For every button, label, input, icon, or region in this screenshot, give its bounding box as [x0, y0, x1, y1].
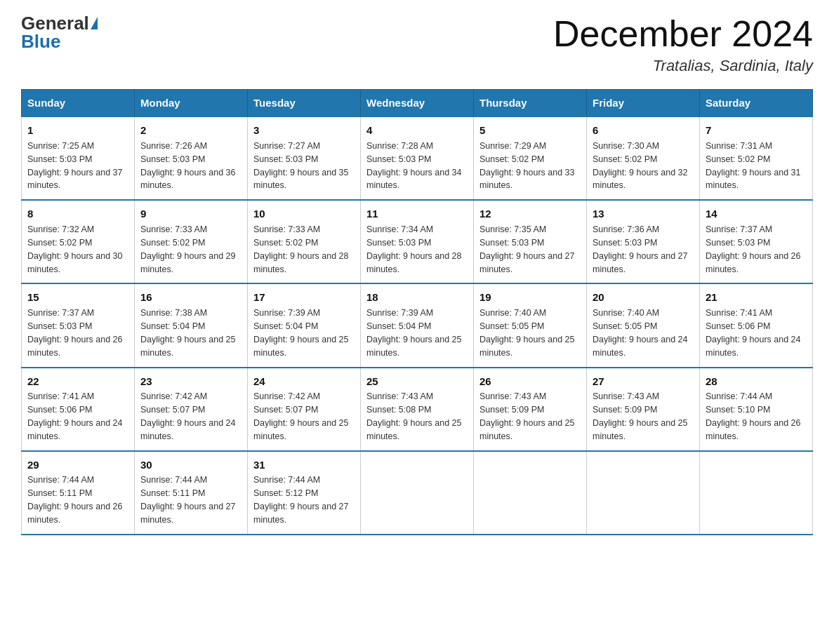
- day-info: Sunrise: 7:40 AMSunset: 5:05 PMDaylight:…: [593, 308, 688, 358]
- calendar-cell: 27 Sunrise: 7:43 AMSunset: 5:09 PMDaylig…: [587, 368, 700, 451]
- header-day-sunday: Sunday: [22, 90, 135, 117]
- day-info: Sunrise: 7:32 AMSunset: 5:02 PMDaylight:…: [27, 224, 123, 274]
- day-info: Sunrise: 7:27 AMSunset: 5:03 PMDaylight:…: [253, 141, 349, 191]
- day-info: Sunrise: 7:40 AMSunset: 5:05 PMDaylight:…: [479, 308, 575, 358]
- week-row-5: 29 Sunrise: 7:44 AMSunset: 5:11 PMDaylig…: [22, 451, 813, 535]
- calendar-cell: 14 Sunrise: 7:37 AMSunset: 5:03 PMDaylig…: [700, 200, 813, 283]
- calendar-cell: 20 Sunrise: 7:40 AMSunset: 5:05 PMDaylig…: [587, 283, 700, 367]
- day-number: 30: [140, 457, 241, 473]
- location-title: Tratalias, Sardinia, Italy: [553, 57, 813, 75]
- day-info: Sunrise: 7:43 AMSunset: 5:08 PMDaylight:…: [366, 391, 462, 441]
- day-number: 11: [366, 206, 468, 222]
- calendar-cell: [474, 451, 587, 535]
- header-day-friday: Friday: [587, 90, 700, 117]
- day-info: Sunrise: 7:34 AMSunset: 5:03 PMDaylight:…: [366, 224, 462, 274]
- calendar-cell: 26 Sunrise: 7:43 AMSunset: 5:09 PMDaylig…: [474, 368, 587, 451]
- day-number: 1: [27, 123, 128, 138]
- calendar-cell: [700, 451, 813, 535]
- day-info: Sunrise: 7:33 AMSunset: 5:02 PMDaylight:…: [140, 224, 236, 274]
- day-info: Sunrise: 7:36 AMSunset: 5:03 PMDaylight:…: [593, 224, 688, 274]
- calendar-cell: 30 Sunrise: 7:44 AMSunset: 5:11 PMDaylig…: [135, 451, 248, 535]
- day-number: 29: [27, 457, 128, 473]
- calendar-cell: [361, 451, 474, 535]
- day-number: 14: [706, 206, 807, 222]
- calendar-cell: 10 Sunrise: 7:33 AMSunset: 5:02 PMDaylig…: [248, 200, 361, 283]
- calendar-cell: 11 Sunrise: 7:34 AMSunset: 5:03 PMDaylig…: [361, 200, 474, 283]
- week-row-2: 8 Sunrise: 7:32 AMSunset: 5:02 PMDayligh…: [22, 200, 813, 283]
- page-header: General Blue December 2024 Tratalias, Sa…: [21, 14, 813, 75]
- calendar-cell: 22 Sunrise: 7:41 AMSunset: 5:06 PMDaylig…: [22, 368, 135, 451]
- day-info: Sunrise: 7:44 AMSunset: 5:10 PMDaylight:…: [706, 391, 801, 441]
- logo-general-text: General: [21, 14, 89, 32]
- calendar-cell: 31 Sunrise: 7:44 AMSunset: 5:12 PMDaylig…: [248, 451, 361, 535]
- logo: General Blue: [21, 14, 98, 51]
- day-info: Sunrise: 7:25 AMSunset: 5:03 PMDaylight:…: [27, 141, 123, 191]
- day-info: Sunrise: 7:26 AMSunset: 5:03 PMDaylight:…: [140, 141, 236, 191]
- day-number: 26: [479, 374, 581, 389]
- day-number: 3: [253, 123, 355, 138]
- day-info: Sunrise: 7:39 AMSunset: 5:04 PMDaylight:…: [253, 308, 349, 358]
- calendar-cell: 6 Sunrise: 7:30 AMSunset: 5:02 PMDayligh…: [587, 116, 700, 200]
- calendar-cell: 28 Sunrise: 7:44 AMSunset: 5:10 PMDaylig…: [700, 368, 813, 451]
- day-number: 6: [593, 123, 694, 138]
- day-info: Sunrise: 7:44 AMSunset: 5:12 PMDaylight:…: [253, 475, 349, 525]
- calendar-cell: 3 Sunrise: 7:27 AMSunset: 5:03 PMDayligh…: [248, 116, 361, 200]
- calendar-cell: 18 Sunrise: 7:39 AMSunset: 5:04 PMDaylig…: [361, 283, 474, 367]
- calendar-cell: 13 Sunrise: 7:36 AMSunset: 5:03 PMDaylig…: [587, 200, 700, 283]
- calendar-cell: 29 Sunrise: 7:44 AMSunset: 5:11 PMDaylig…: [22, 451, 135, 535]
- calendar-cell: 21 Sunrise: 7:41 AMSunset: 5:06 PMDaylig…: [700, 283, 813, 367]
- day-number: 18: [366, 290, 468, 305]
- day-number: 8: [27, 206, 128, 222]
- day-number: 2: [140, 123, 241, 138]
- calendar-cell: 7 Sunrise: 7:31 AMSunset: 5:02 PMDayligh…: [700, 116, 813, 200]
- day-number: 19: [479, 290, 581, 305]
- day-info: Sunrise: 7:43 AMSunset: 5:09 PMDaylight:…: [593, 391, 688, 441]
- day-number: 4: [366, 123, 468, 138]
- day-number: 22: [27, 374, 128, 389]
- day-number: 24: [253, 374, 355, 389]
- day-number: 13: [593, 206, 694, 222]
- calendar-cell: [587, 451, 700, 535]
- day-number: 23: [140, 374, 241, 389]
- day-info: Sunrise: 7:43 AMSunset: 5:09 PMDaylight:…: [479, 391, 575, 441]
- calendar-cell: 17 Sunrise: 7:39 AMSunset: 5:04 PMDaylig…: [248, 283, 361, 367]
- day-number: 21: [706, 290, 807, 305]
- day-info: Sunrise: 7:28 AMSunset: 5:03 PMDaylight:…: [366, 141, 462, 191]
- calendar-cell: 1 Sunrise: 7:25 AMSunset: 5:03 PMDayligh…: [22, 116, 135, 200]
- week-row-1: 1 Sunrise: 7:25 AMSunset: 5:03 PMDayligh…: [22, 116, 813, 200]
- calendar-cell: 23 Sunrise: 7:42 AMSunset: 5:07 PMDaylig…: [135, 368, 248, 451]
- day-info: Sunrise: 7:41 AMSunset: 5:06 PMDaylight:…: [27, 391, 123, 441]
- day-info: Sunrise: 7:30 AMSunset: 5:02 PMDaylight:…: [593, 141, 688, 191]
- week-row-4: 22 Sunrise: 7:41 AMSunset: 5:06 PMDaylig…: [22, 368, 813, 451]
- day-number: 5: [479, 123, 581, 138]
- month-title: December 2024: [553, 14, 813, 54]
- calendar-table: SundayMondayTuesdayWednesdayThursdayFrid…: [21, 89, 813, 535]
- calendar-cell: 16 Sunrise: 7:38 AMSunset: 5:04 PMDaylig…: [135, 283, 248, 367]
- day-number: 25: [366, 374, 468, 389]
- day-number: 31: [253, 457, 355, 473]
- logo-blue-text: Blue: [21, 32, 60, 51]
- day-info: Sunrise: 7:31 AMSunset: 5:02 PMDaylight:…: [706, 141, 801, 191]
- day-number: 17: [253, 290, 355, 305]
- day-info: Sunrise: 7:42 AMSunset: 5:07 PMDaylight:…: [253, 391, 349, 441]
- calendar-cell: 24 Sunrise: 7:42 AMSunset: 5:07 PMDaylig…: [248, 368, 361, 451]
- day-info: Sunrise: 7:42 AMSunset: 5:07 PMDaylight:…: [140, 391, 236, 441]
- calendar-cell: 9 Sunrise: 7:33 AMSunset: 5:02 PMDayligh…: [135, 200, 248, 283]
- calendar-cell: 2 Sunrise: 7:26 AMSunset: 5:03 PMDayligh…: [135, 116, 248, 200]
- header-day-saturday: Saturday: [700, 90, 813, 117]
- day-info: Sunrise: 7:39 AMSunset: 5:04 PMDaylight:…: [366, 308, 462, 358]
- day-number: 28: [706, 374, 807, 389]
- week-row-3: 15 Sunrise: 7:37 AMSunset: 5:03 PMDaylig…: [22, 283, 813, 367]
- header-day-monday: Monday: [135, 90, 248, 117]
- day-number: 15: [27, 290, 128, 305]
- calendar-cell: 5 Sunrise: 7:29 AMSunset: 5:02 PMDayligh…: [474, 116, 587, 200]
- day-number: 10: [253, 206, 355, 222]
- header-day-thursday: Thursday: [474, 90, 587, 117]
- day-info: Sunrise: 7:37 AMSunset: 5:03 PMDaylight:…: [706, 224, 801, 274]
- header-day-wednesday: Wednesday: [361, 90, 474, 117]
- calendar-cell: 15 Sunrise: 7:37 AMSunset: 5:03 PMDaylig…: [22, 283, 135, 367]
- day-info: Sunrise: 7:38 AMSunset: 5:04 PMDaylight:…: [140, 308, 236, 358]
- day-info: Sunrise: 7:41 AMSunset: 5:06 PMDaylight:…: [706, 308, 801, 358]
- day-number: 27: [593, 374, 694, 389]
- day-info: Sunrise: 7:35 AMSunset: 5:03 PMDaylight:…: [479, 224, 575, 274]
